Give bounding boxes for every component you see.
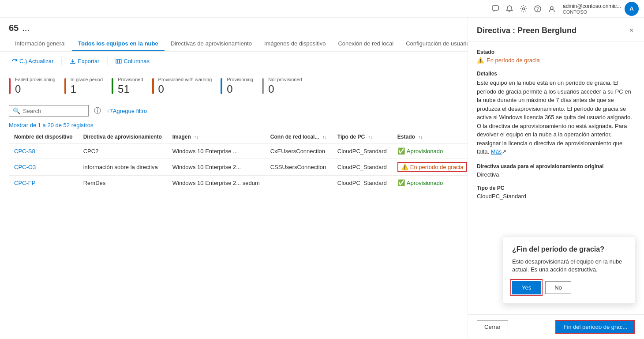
conn-cell-0: CxEUsersConnection: [265, 144, 332, 158]
warn-icon-1: ⚠️: [401, 163, 408, 170]
stat-failed: Failed provisioning 0: [9, 74, 64, 98]
stat-label-provisioned: Provisioned: [118, 77, 143, 82]
refresh-label: C.) Actualizar: [19, 58, 53, 64]
device-link-0[interactable]: CPC-S8: [14, 148, 35, 154]
tab-directivas-aprovisionamiento[interactable]: Directivas de aprovisionamiento: [165, 37, 258, 51]
confirm-no-button[interactable]: No: [545, 281, 571, 294]
conn-cell-2: [265, 176, 332, 190]
confirm-text: Esto desaprovisionará el equipo en la nu…: [512, 258, 626, 274]
status-cell-0: ✅ Aprovisionado: [392, 144, 468, 158]
conn-cell-1: CSSUsersConnection: [265, 158, 332, 176]
panel-status-section: Estado ⚠️ En período de gracia: [477, 49, 635, 64]
status-cell-2: ✅ Aprovisionado: [392, 176, 468, 190]
panel-policy-value: Directiva: [477, 171, 635, 178]
confirm-buttons: Yes No: [512, 281, 626, 294]
stat-value-warning: 0: [158, 83, 212, 95]
stats-row: Failed provisioning 0 In grace period 1: [0, 71, 468, 102]
stat-grace: In grace period 1: [64, 74, 112, 98]
col-conn-sort-icon[interactable]: ↑↓: [322, 135, 327, 139]
col-image-sort-icon[interactable]: ↑↓: [194, 135, 198, 139]
svg-text:?: ?: [536, 7, 539, 11]
add-filter-button[interactable]: +7Agregue filtro: [106, 108, 147, 114]
tab-configuracion-usuario[interactable]: Configuración de usuario: [400, 37, 468, 51]
image-cell-1: Windows 10 Enterprise 2...: [167, 158, 265, 176]
refresh-button[interactable]: C.) Actualizar: [9, 56, 56, 66]
table-row[interactable]: CPC-FP RemDes Windows 10 Enterprise 2...…: [9, 176, 468, 190]
panel-pctype-section: Tipo de PC CloudPC_Standard: [477, 185, 635, 200]
type-cell-2: CloudPC_Standard: [332, 176, 392, 190]
svg-rect-0: [492, 6, 498, 10]
image-cell-2: Windows 10 Enterprise 2... sedum: [167, 176, 265, 190]
panel-status-value: ⚠️ En período de gracia: [477, 57, 635, 64]
svg-rect-5: [116, 60, 118, 63]
confirm-dialog: ¿Fin del período de gracia? Esto desapro…: [503, 236, 635, 304]
columns-button[interactable]: Columnas: [113, 56, 152, 66]
account-icon[interactable]: [548, 5, 556, 13]
table-row[interactable]: CPC-S8 CPC2 Windows 10 Enterprise ... Cx…: [9, 144, 468, 158]
search-input[interactable]: [23, 108, 85, 114]
records-info: Mostrar de 1 a 20 de 52 registros: [0, 120, 468, 130]
svg-point-4: [550, 7, 553, 9]
filter-row: 🔍 ⓘ +7Agregue filtro: [0, 102, 468, 120]
export-button[interactable]: Exportar: [67, 56, 102, 66]
panel-policy-section: Directiva usada para el aprovisionamient…: [477, 163, 635, 178]
panel-header: Directiva : Preen Berglund ×: [468, 18, 644, 42]
toolbar-divider-1: [61, 57, 62, 65]
stat-value-provisioned: 51: [118, 83, 143, 95]
panel-details-text: Este equipo en la nube está en un períod…: [477, 79, 635, 156]
type-cell-1: CloudPC_Standard: [332, 158, 392, 176]
content-area: 65 ... Información general Todos los equ…: [0, 18, 468, 339]
status-cell-1: ⚠️ En período de gracia: [392, 158, 468, 176]
stat-bar-provisioning: [221, 78, 222, 94]
tab-conexion-red[interactable]: Conexión de red local: [332, 37, 400, 51]
topbar: ? admin@contoso.onmic... CONTOSO A: [0, 0, 644, 18]
panel-footer: Cerrar Fin del período de grac...: [468, 314, 644, 339]
check-icon-2: ✅: [397, 179, 405, 186]
page-header: 65 ...: [0, 18, 468, 33]
tab-imagenes-dispositivo[interactable]: Imágenes de dispositivo: [258, 37, 332, 51]
export-label: Exportar: [78, 58, 99, 64]
col-device-name: Nombre del dispositivo: [9, 130, 78, 144]
stat-not-provisioned: Not provisioned 0: [262, 74, 311, 98]
confirm-yes-button[interactable]: Yes: [512, 281, 541, 294]
stat-provisioned-warning: Provisioned with warning 0: [152, 74, 221, 98]
panel-close-footer-button[interactable]: Cerrar: [477, 320, 508, 333]
mas-link[interactable]: Más: [491, 148, 502, 155]
notification-icon[interactable]: [505, 5, 513, 13]
confirm-title: ¿Fin del período de gracia?: [512, 245, 626, 253]
col-type-sort-icon[interactable]: ↑↓: [368, 135, 373, 139]
settings-icon[interactable]: [520, 5, 528, 13]
stat-bar-warning: [152, 78, 154, 94]
stat-label-warning: Provisioned with warning: [158, 77, 212, 82]
feedback-icon[interactable]: [491, 5, 499, 13]
page-title: 65: [9, 23, 19, 33]
stat-bar-provisioned: [112, 78, 113, 94]
stat-label-failed: Failed provisioning: [15, 77, 56, 82]
stat-label-not-provisioned: Not provisioned: [268, 77, 302, 82]
help-icon[interactable]: ?: [534, 5, 542, 13]
avatar[interactable]: A: [625, 2, 639, 16]
col-status-sort-icon[interactable]: ↑↓: [418, 135, 423, 139]
panel-action-button[interactable]: Fin del período de grac...: [555, 320, 635, 334]
stat-value-not-provisioned: 0: [268, 83, 302, 95]
panel-pctype-label: Tipo de PC: [477, 185, 635, 191]
svg-rect-6: [118, 60, 120, 63]
topbar-tenant: CONTOSO: [563, 9, 621, 15]
panel-status-label: Estado: [477, 49, 635, 55]
stat-value-failed: 0: [15, 83, 56, 95]
tab-info-general[interactable]: Información general: [9, 37, 72, 51]
col-conn: Conn de red local... ↑↓: [265, 130, 332, 144]
col-policy: Directiva de aprovisionamiento: [78, 130, 167, 144]
table-row[interactable]: CPC-O3 información sobre la directiva Wi…: [9, 158, 468, 176]
stat-label-provisioning: Provisioning: [227, 77, 253, 82]
device-link-1[interactable]: CPC-O3: [14, 164, 36, 170]
search-box[interactable]: 🔍: [9, 105, 89, 117]
stat-provisioning: Provisioning 0: [221, 74, 262, 98]
info-icon[interactable]: ⓘ: [94, 106, 101, 116]
stat-value-grace: 1: [71, 83, 103, 95]
panel-close-button[interactable]: ×: [628, 25, 635, 36]
main-layout: 65 ... Información general Todos los equ…: [0, 18, 644, 339]
device-link-2[interactable]: CPC-FP: [14, 180, 35, 186]
tab-todos-equipos[interactable]: Todos los equipos en la nube: [72, 37, 165, 51]
page-title-dots: ...: [22, 23, 30, 33]
